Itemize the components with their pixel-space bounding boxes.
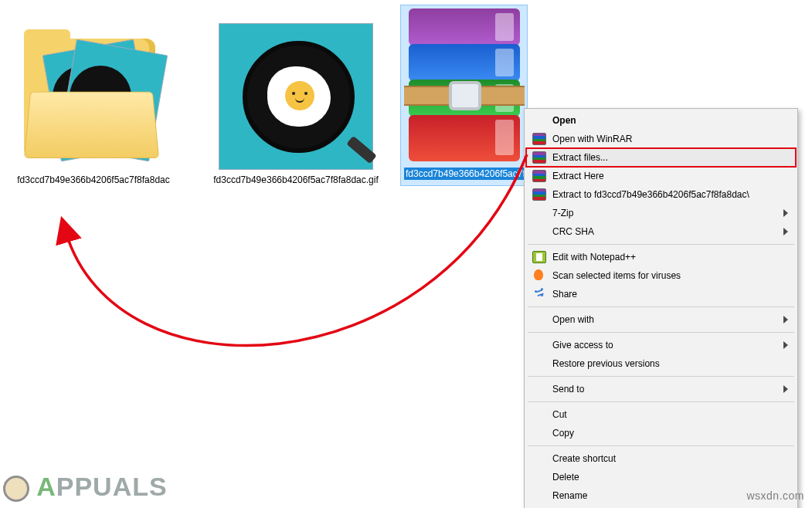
menu-send-to[interactable]: Send to: [526, 380, 796, 398]
menu-label: Open with: [552, 314, 594, 325]
menu-label: Restore previous versions: [552, 358, 660, 369]
menu-separator: [528, 306, 794, 307]
menu-label: Extract Here: [552, 171, 604, 181]
menu-label: Share: [552, 289, 577, 300]
folder-icon: [20, 23, 167, 170]
menu-extract-here[interactable]: Extract Here: [526, 167, 796, 185]
winrar-small-icon: [532, 133, 546, 145]
menu-label: Create shortcut: [552, 453, 616, 464]
menu-delete[interactable]: Delete: [526, 468, 796, 486]
menu-separator: [528, 244, 794, 245]
winrar-small-icon: [532, 151, 546, 164]
menu-label: Cut: [552, 409, 567, 420]
submenu-arrow-icon: [783, 385, 788, 393]
menu-7zip[interactable]: 7-Zip: [526, 204, 796, 222]
notepadpp-icon: [532, 251, 546, 263]
menu-label: Open with WinRAR: [552, 134, 632, 144]
menu-label: Scan selected items for viruses: [552, 270, 681, 281]
winrar-small-icon: [532, 170, 546, 182]
menu-label: Extract to fd3ccd7b49e366b4206f5ac7f8fa8…: [552, 189, 749, 200]
menu-open-with-winrar[interactable]: Open with WinRAR: [526, 130, 796, 148]
menu-edit-notepadpp[interactable]: Edit with Notepad++: [526, 248, 796, 266]
watermark-url: wsxdn.com: [746, 489, 804, 502]
menu-separator: [528, 445, 794, 446]
submenu-arrow-icon: [783, 316, 788, 323]
menu-label: Rename: [552, 490, 587, 501]
menu-extract-files[interactable]: Extract files...: [526, 148, 796, 167]
menu-scan-viruses[interactable]: Scan selected items for viruses: [526, 266, 796, 285]
watermark-logo: APPUALS: [3, 472, 168, 502]
watermark-text: PPUALS: [56, 472, 168, 501]
menu-open-label: Open: [552, 115, 576, 126]
watermark-face-icon: [3, 476, 29, 502]
gif-label: fd3ccd7b49e366b4206f5ac7f8fa8dac.gif: [207, 174, 385, 185]
menu-separator: [528, 332, 794, 333]
winrar-small-icon: [532, 188, 546, 201]
submenu-arrow-icon: [783, 228, 788, 235]
menu-give-access[interactable]: Give access to: [526, 336, 796, 354]
winrar-icon: [404, 8, 524, 163]
menu-create-shortcut[interactable]: Create shortcut: [526, 449, 796, 468]
folder-item[interactable]: fd3ccd7b49e366b4206f5ac7f8fa8dac: [5, 23, 182, 185]
menu-label: Edit with Notepad++: [552, 252, 636, 262]
menu-open-with[interactable]: Open with: [526, 310, 796, 329]
menu-label: Give access to: [552, 340, 613, 351]
menu-share[interactable]: Share: [526, 285, 796, 303]
rar-item-selected[interactable]: fd3ccd7b49e366b4206f5ac7f8fa8dac: [400, 5, 528, 186]
share-icon: [532, 288, 546, 300]
menu-crc-sha[interactable]: CRC SHA: [526, 222, 796, 241]
context-menu: Open Open with WinRAR Extract files... E…: [524, 108, 798, 508]
menu-copy[interactable]: Copy: [526, 424, 796, 442]
submenu-arrow-icon: [783, 341, 788, 349]
menu-label: Extract files...: [552, 152, 608, 163]
menu-separator: [528, 401, 794, 402]
menu-separator: [528, 376, 794, 377]
folder-label: fd3ccd7b49e366b4206f5ac7f8fa8dac: [5, 174, 182, 185]
rar-label: fd3ccd7b49e366b4206f5ac7f8fa8dac: [404, 168, 524, 180]
gif-item[interactable]: fd3ccd7b49e366b4206f5ac7f8fa8dac.gif: [207, 23, 385, 185]
menu-label: Copy: [552, 428, 574, 439]
antivirus-icon: [532, 269, 546, 282]
menu-label: CRC SHA: [552, 226, 594, 237]
menu-label: Send to: [552, 384, 584, 395]
menu-cut[interactable]: Cut: [526, 405, 796, 424]
menu-restore-previous[interactable]: Restore previous versions: [526, 354, 796, 373]
menu-label: 7-Zip: [552, 208, 573, 218]
submenu-arrow-icon: [783, 209, 788, 217]
menu-label: Delete: [552, 472, 579, 483]
menu-extract-to[interactable]: Extract to fd3ccd7b49e366b4206f5ac7f8fa8…: [526, 185, 796, 204]
image-thumbnail: [219, 23, 373, 170]
menu-open[interactable]: Open: [526, 111, 796, 130]
